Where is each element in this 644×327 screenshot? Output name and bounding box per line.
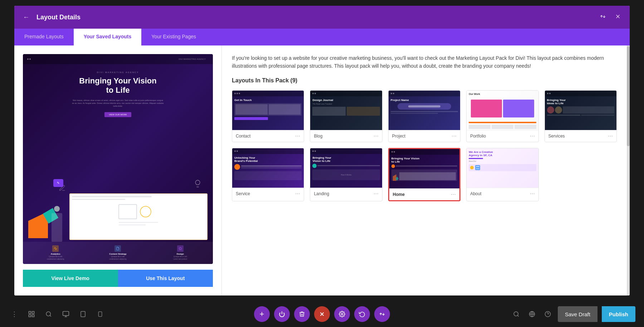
whiteboard-decoration bbox=[69, 193, 208, 240]
preview-features: Analytics Quisque elit ut velitcondiment… bbox=[23, 242, 213, 264]
search-button-toolbar[interactable] bbox=[43, 308, 54, 320]
layout-card-blog[interactable]: Design Journal The Road Less Traveled Bl… bbox=[310, 90, 382, 142]
use-layout-button[interactable]: Use This Layout bbox=[118, 270, 213, 287]
modal-tabs: Premade Layouts Your Saved Layouts Your … bbox=[14, 29, 630, 45]
bulb-decoration bbox=[193, 179, 202, 189]
layout-thumb-about: We Are a CreativeAgency in SF, CA About … bbox=[467, 148, 538, 188]
landing-more[interactable]: ⋯ bbox=[374, 191, 379, 197]
layouts-grid: Get In Touch Contact ⋯ bbox=[232, 90, 617, 201]
add-button[interactable]: + bbox=[254, 306, 270, 322]
layout-footer-project: Project ⋯ bbox=[389, 130, 460, 142]
layout-card-home[interactable]: Bringing Your Visionto Life bbox=[388, 148, 460, 201]
svg-point-14 bbox=[514, 312, 518, 316]
svg-point-23 bbox=[140, 206, 151, 217]
toolbar-right: Save Draft Publish bbox=[511, 306, 635, 322]
layout-card-project[interactable]: Project Name Project ⋯ bbox=[388, 90, 460, 142]
landing-label: Landing bbox=[314, 191, 329, 196]
layout-footer-about: About ⋯ bbox=[467, 188, 538, 199]
feature-design: Design Quisque elit ut velitLorem nam pr… bbox=[152, 245, 209, 260]
mobile-view-button[interactable] bbox=[94, 308, 106, 320]
modal-header-left: ← Layout Details bbox=[21, 12, 80, 23]
layout-thumb-home: Bringing Your Visionto Life bbox=[389, 149, 459, 188]
close-modal-button[interactable] bbox=[613, 12, 623, 23]
feature-analytics-text: Quisque elit ut velitcondimentum adipisc… bbox=[27, 256, 84, 260]
svg-point-11 bbox=[341, 313, 343, 315]
portfolio-label: Portfolio bbox=[470, 134, 486, 139]
modal-header-right bbox=[598, 12, 623, 23]
tab-premade[interactable]: Premade Layouts bbox=[14, 29, 74, 45]
gear-decoration bbox=[195, 226, 206, 236]
history-button[interactable] bbox=[354, 306, 370, 322]
layout-footer-blog: Blog ⋯ bbox=[310, 130, 382, 142]
back-button[interactable]: ← bbox=[21, 12, 31, 23]
svg-rect-22 bbox=[119, 205, 137, 219]
layout-card-service[interactable]: Unlocking YourBrand's Potential bbox=[232, 148, 304, 201]
modal-header: ← Layout Details bbox=[14, 6, 630, 29]
services-label: Services bbox=[548, 134, 565, 139]
layout-footer-services: Services ⋯ bbox=[545, 130, 616, 142]
tab-existing[interactable]: Your Existing Pages bbox=[141, 29, 206, 45]
layout-footer-portfolio: Portfolio ⋯ bbox=[467, 130, 538, 142]
more-options-button[interactable]: ⋮ bbox=[9, 308, 20, 320]
settings-button[interactable] bbox=[334, 306, 350, 322]
trash-button[interactable] bbox=[294, 306, 310, 322]
contact-label: Contact bbox=[236, 134, 250, 139]
layout-thumb-project: Project Name bbox=[389, 91, 460, 130]
modal-container: ← Layout Details Premade Layouts Your Sa… bbox=[14, 6, 630, 295]
preview-hero: DIVI MARKETING AGENCY DIVI MARKETING AGE… bbox=[23, 54, 213, 264]
tablet-view-button[interactable] bbox=[77, 308, 89, 320]
layout-card-landing[interactable]: Bringing YourVision to Life How It Works… bbox=[310, 148, 382, 201]
portfolio-more[interactable]: ⋯ bbox=[530, 133, 535, 139]
power-button[interactable] bbox=[274, 306, 290, 322]
svg-marker-27 bbox=[179, 247, 182, 250]
help-icon[interactable] bbox=[542, 308, 553, 320]
about-more[interactable]: ⋯ bbox=[530, 191, 535, 197]
modal-body: DIVI MARKETING AGENCY DIVI MARKETING AGE… bbox=[14, 45, 630, 295]
layout-card-services[interactable]: Bringing YourIdeas to Life bbox=[545, 90, 617, 142]
preview-body-text: Nisi massa, ultrices vitae ornare sit am… bbox=[72, 99, 165, 108]
tab-saved[interactable]: Your Saved Layouts bbox=[74, 29, 142, 45]
home-more[interactable]: ⋯ bbox=[451, 192, 456, 197]
save-draft-button[interactable]: Save Draft bbox=[558, 306, 597, 322]
services-more[interactable]: ⋯ bbox=[608, 133, 613, 139]
project-more[interactable]: ⋯ bbox=[452, 133, 457, 139]
view-demo-button[interactable]: View Live Demo bbox=[23, 270, 118, 287]
feature-analytics-title: Analytics bbox=[27, 253, 84, 255]
blog-more[interactable]: ⋯ bbox=[374, 133, 379, 139]
about-label: About bbox=[470, 191, 481, 196]
feature-content-title: Content Strategy bbox=[89, 253, 146, 255]
globe-icon[interactable] bbox=[526, 308, 538, 320]
toolbar-center: + bbox=[254, 306, 390, 322]
layout-footer-landing: Landing ⋯ bbox=[310, 188, 382, 199]
home-label: Home bbox=[393, 192, 405, 197]
layout-footer-contact: Contact ⋯ bbox=[232, 130, 304, 142]
toolbar-left: ⋮ bbox=[9, 308, 106, 320]
desktop-view-button[interactable] bbox=[60, 308, 72, 320]
sort-icon[interactable] bbox=[598, 12, 608, 23]
contact-more[interactable]: ⋯ bbox=[295, 133, 300, 139]
layout-thumb-landing: Bringing YourVision to Life How It Works bbox=[310, 148, 382, 188]
preview-cta-btn: VIEW OUR WORK bbox=[104, 112, 131, 117]
feature-content-text: Quisque elit ut velitcondimentum adipisc… bbox=[89, 256, 146, 260]
layout-card-portfolio[interactable]: Our Work bbox=[466, 90, 538, 142]
service-more[interactable]: ⋯ bbox=[295, 191, 300, 197]
layout-thumb-service: Unlocking YourBrand's Potential bbox=[232, 148, 304, 188]
blog-label: Blog bbox=[314, 134, 322, 139]
search-icon-right[interactable] bbox=[511, 308, 522, 320]
preview-subtitle: DIVI MARKETING AGENCY bbox=[97, 71, 139, 73]
publish-button[interactable]: Publish bbox=[602, 306, 635, 322]
layout-button[interactable] bbox=[26, 308, 37, 320]
close-center-button[interactable] bbox=[314, 306, 330, 322]
layout-card-about[interactable]: We Are a CreativeAgency in SF, CA About … bbox=[466, 148, 538, 201]
service-label: Service bbox=[236, 191, 250, 196]
transfer-button[interactable] bbox=[374, 306, 390, 322]
svg-rect-0 bbox=[29, 312, 31, 314]
scrollbar[interactable] bbox=[627, 45, 630, 295]
layout-thumb-portfolio: Our Work bbox=[467, 91, 538, 130]
svg-rect-2 bbox=[29, 315, 31, 317]
layout-thumb-services: Bringing YourIdeas to Life bbox=[545, 91, 616, 130]
svg-point-26 bbox=[199, 230, 202, 233]
chat-bubble: ✎ bbox=[53, 179, 63, 187]
layout-card-contact[interactable]: Get In Touch Contact ⋯ bbox=[232, 90, 304, 142]
modal-title: Layout Details bbox=[36, 14, 80, 21]
